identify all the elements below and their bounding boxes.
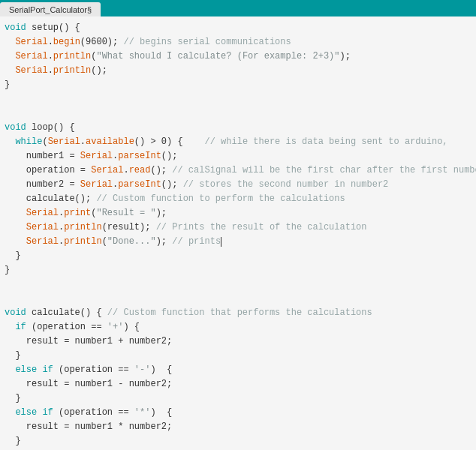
code-line: void setup() { <box>0 21 476 35</box>
code-line: } <box>0 249 476 263</box>
code-line: result = number1 * number2; <box>0 420 476 434</box>
code-line: Serial.println("Done..."); // prints <box>0 235 476 249</box>
code-line: if (operation == '+') { <box>0 320 476 334</box>
code-line <box>0 92 476 106</box>
code-line: Serial.print("Result = "); <box>0 206 476 220</box>
code-line: calculate(); // Custom function to perfo… <box>0 192 476 206</box>
code-line: } <box>0 263 476 278</box>
code-line: Serial.println("What should I calculate?… <box>0 50 476 64</box>
code-line: else if (operation == '*') { <box>0 406 476 420</box>
code-line: result = number1 - number2; <box>0 377 476 392</box>
code-line: Serial.println(); <box>0 64 476 78</box>
code-line: operation = Serial.read(); // calSignal … <box>0 164 476 178</box>
code-line: } <box>0 392 476 406</box>
code-line: else if (operation == '-') { <box>0 363 476 377</box>
tab-label: SerialPort_Calculator§ <box>9 5 92 14</box>
code-line: number2 = Serial.parseInt(); // stores t… <box>0 178 476 192</box>
code-line: result = number1 + number2; <box>0 334 476 349</box>
code-line: } <box>0 78 476 92</box>
code-line: void calculate() { // Custom function th… <box>0 306 476 320</box>
code-line: while(Serial.available() > 0) { // while… <box>0 135 476 149</box>
tab-serialport-calculator[interactable]: SerialPort_Calculator§ <box>0 2 101 16</box>
code-line: number1 = Serial.parseInt(); <box>0 149 476 164</box>
code-line: void loop() { <box>0 121 476 135</box>
code-line: Serial.begin(9600); // begins serial com… <box>0 35 476 50</box>
code-line: Serial.println(result); // Prints the re… <box>0 220 476 235</box>
code-line <box>0 292 476 306</box>
code-line <box>0 106 476 121</box>
tab-bar: SerialPort_Calculator§ <box>0 0 476 16</box>
code-line <box>0 278 476 292</box>
code-line: } <box>0 349 476 363</box>
code-line: } <box>0 434 476 448</box>
code-area[interactable]: void setup() { Serial.begin(9600); // be… <box>0 16 476 450</box>
